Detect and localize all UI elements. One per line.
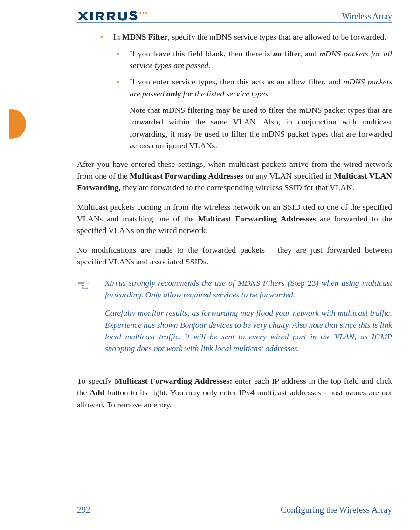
- svg-rect-0: [90, 12, 93, 20]
- side-tab-marker-icon: [0, 107, 34, 141]
- bullet-icon: •: [100, 31, 113, 43]
- xirrus-logo-icon: [77, 10, 151, 21]
- step-23-link[interactable]: Step 23: [290, 278, 316, 288]
- body-text: • In MDNS Filter, specify the mDNS servi…: [77, 31, 392, 411]
- mdns-sub2: If you enter service types, then this ac…: [130, 76, 392, 100]
- svg-rect-5: [0, 107, 9, 141]
- bullet-icon: •: [117, 76, 130, 100]
- mdns-note: Note that mDNS filtering may be used to …: [130, 104, 392, 152]
- mdns-filter-intro: In MDNS Filter, specify the mDNS service…: [113, 31, 392, 43]
- svg-point-3: [145, 12, 147, 14]
- brand-logo: [77, 10, 151, 21]
- header-product-name: Wireless Array: [342, 12, 392, 21]
- after-para-2: Multicast packets coming in from the wir…: [77, 201, 392, 237]
- after-para-3: No modifications are made to the forward…: [77, 244, 392, 268]
- callout-para-1: Xirrus strongly recommends the use of MD…: [105, 277, 392, 301]
- svg-point-1: [139, 12, 141, 14]
- specify-para: To specify Multicast Forwarding Addresse…: [77, 375, 392, 411]
- mdns-sub1: If you leave this field blank, then ther…: [130, 48, 392, 72]
- bullet-icon: •: [117, 48, 130, 72]
- after-para-1: After you have entered these settings, w…: [77, 158, 392, 194]
- callout-para-2: Carefully monitor results, as forwarding…: [105, 307, 392, 355]
- hand-note-icon: ☜: [77, 277, 105, 361]
- recommendation-callout: ☜ Xirrus strongly recommends the use of …: [77, 277, 392, 361]
- page-number: 292: [77, 505, 90, 515]
- footer-section-title: Configuring the Wireless Array: [281, 505, 392, 515]
- svg-point-2: [143, 12, 145, 14]
